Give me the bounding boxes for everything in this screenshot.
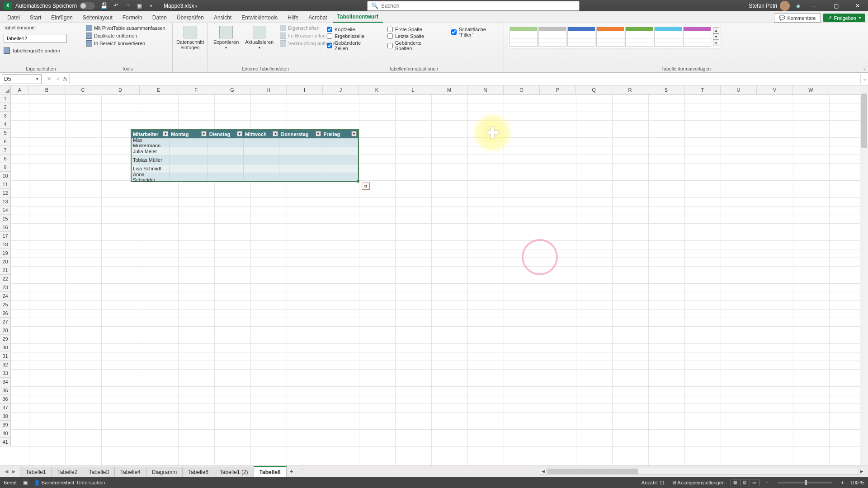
table-cell[interactable] — [170, 147, 208, 155]
row-header[interactable]: 26 — [0, 309, 10, 318]
row-header[interactable]: 35 — [0, 386, 10, 395]
filter-dropdown-icon[interactable]: ▼ — [351, 131, 357, 136]
col-header[interactable]: V — [757, 85, 793, 94]
col-header[interactable]: S — [648, 85, 684, 94]
table-cell[interactable] — [170, 138, 208, 147]
table-cell[interactable] — [244, 164, 279, 173]
filter-button-checkbox[interactable]: Schaltfläche "Filter" — [451, 27, 500, 38]
col-header[interactable]: A — [11, 85, 29, 94]
table-cell[interactable] — [244, 147, 279, 155]
style-swatch[interactable] — [538, 27, 566, 47]
row-header[interactable]: 16 — [0, 223, 10, 232]
share-button[interactable]: ↗Freigeben▾ — [823, 14, 865, 22]
zoom-slider[interactable] — [778, 482, 832, 483]
row-header[interactable]: 3 — [0, 112, 10, 120]
zoom-out-icon[interactable]: − — [766, 480, 769, 485]
sheet-tab[interactable]: Diagramm — [146, 467, 183, 477]
undo-icon[interactable]: ↶ — [112, 2, 119, 9]
col-header[interactable]: T — [684, 85, 721, 94]
total-row-checkbox[interactable]: Ergebniszeile — [327, 33, 374, 39]
horizontal-scrollbar[interactable]: ◀ ▶ — [540, 468, 865, 475]
filter-dropdown-icon[interactable]: ▼ — [316, 131, 321, 136]
camera-icon[interactable]: ▣ — [136, 2, 143, 9]
tab-seitenlayout[interactable]: Seitenlayout — [78, 12, 117, 23]
col-header[interactable]: U — [721, 85, 757, 94]
table-cell[interactable]: Max Mustermann — [132, 138, 170, 147]
gallery-more-icon[interactable]: ▾ — [713, 40, 719, 46]
tab-start[interactable]: Start — [25, 12, 46, 23]
row-header[interactable]: 40 — [0, 429, 10, 438]
table-header[interactable]: Montag▼ — [170, 130, 208, 138]
col-header[interactable]: J — [323, 85, 359, 94]
col-header[interactable]: K — [359, 85, 395, 94]
table-cell[interactable] — [322, 164, 358, 173]
row-header[interactable]: 39 — [0, 421, 10, 429]
sheet-tab[interactable]: Tabelle1 (2) — [214, 467, 254, 477]
toggle-switch-icon[interactable] — [80, 2, 95, 9]
search-box[interactable]: 🔍 Suchen — [367, 1, 580, 11]
gallery-down-icon[interactable]: ▼ — [713, 33, 719, 40]
insert-slicer-button[interactable]: Datenschnitt einfügen — [175, 25, 206, 51]
row-header[interactable]: 5 — [0, 129, 10, 137]
table-cell[interactable] — [170, 164, 208, 173]
row-header[interactable]: 18 — [0, 240, 10, 249]
row-header[interactable]: 2 — [0, 103, 10, 112]
row-header[interactable]: 7 — [0, 146, 10, 155]
tab-einfügen[interactable]: Einfügen — [47, 12, 77, 23]
vertical-scrollbar[interactable] — [860, 85, 868, 465]
col-header[interactable]: B — [29, 85, 65, 94]
save-icon[interactable]: 💾 — [100, 2, 108, 9]
sheet-tab[interactable]: Tabelle8 — [254, 466, 287, 477]
table-cell[interactable]: Tobias Müller — [132, 155, 170, 164]
col-header[interactable]: O — [504, 85, 540, 94]
convert-range-button[interactable]: In Bereich konvertieren — [86, 40, 165, 47]
table-cell[interactable] — [170, 173, 208, 181]
row-headers[interactable]: 1234567891011121314151617181920212223242… — [0, 94, 11, 446]
sheet-tab[interactable]: Tabelle6 — [182, 467, 214, 477]
table-cell[interactable] — [279, 155, 322, 164]
column-headers[interactable]: ABCDEFGHIJKLMNOPQRSTUVW — [11, 85, 860, 94]
table-cell[interactable] — [322, 155, 358, 164]
comments-button[interactable]: 💬Kommentare — [774, 13, 821, 23]
table-cell[interactable] — [279, 147, 322, 155]
accessibility-status[interactable]: 👤 Barrierefreiheit: Untersuchen — [34, 480, 105, 486]
row-header[interactable]: 22 — [0, 275, 10, 283]
formula-input[interactable] — [69, 74, 861, 84]
tab-tabellenentwurf[interactable]: Tabellenentwurf — [333, 11, 383, 23]
display-settings[interactable]: 🖥 Anzeigeeinstellungen — [671, 480, 725, 485]
row-header[interactable]: 36 — [0, 395, 10, 404]
remove-duplicates-button[interactable]: Duplikate entfernen — [86, 33, 165, 39]
header-row-checkbox[interactable]: Kopfzeile — [327, 27, 374, 32]
row-header[interactable]: 15 — [0, 215, 10, 223]
row-header[interactable]: 19 — [0, 249, 10, 258]
qat-more-icon[interactable]: ▾ — [147, 2, 155, 9]
table-cell[interactable] — [170, 155, 208, 164]
tab-datei[interactable]: Datei — [3, 12, 24, 23]
col-header[interactable]: L — [395, 85, 431, 94]
row-header[interactable]: 9 — [0, 163, 10, 172]
filter-dropdown-icon[interactable]: ▼ — [237, 131, 242, 136]
table-cell[interactable] — [208, 173, 244, 181]
row-header[interactable]: 32 — [0, 361, 10, 369]
table-resize-handle[interactable] — [357, 180, 359, 183]
banded-rows-checkbox[interactable]: Gebänderte Zeilen — [327, 40, 374, 51]
chevron-down-icon[interactable]: ▼ — [35, 77, 39, 81]
first-col-checkbox[interactable]: Erste Spalte — [387, 27, 438, 32]
row-header[interactable]: 14 — [0, 206, 10, 215]
sheet-next-icon[interactable]: ▶ — [12, 469, 15, 474]
row-header[interactable]: 41 — [0, 438, 10, 446]
row-header[interactable]: 37 — [0, 404, 10, 412]
autofill-options-icon[interactable]: ⧉ — [362, 183, 370, 190]
row-header[interactable]: 38 — [0, 412, 10, 421]
sheet-menu-icon[interactable]: ⋮ — [299, 469, 307, 474]
row-header[interactable]: 27 — [0, 318, 10, 326]
table-cell[interactable]: Julia Meier — [132, 147, 170, 155]
row-header[interactable]: 20 — [0, 258, 10, 266]
row-header[interactable]: 21 — [0, 266, 10, 275]
table-header[interactable]: Freitag▼ — [322, 130, 358, 138]
banded-cols-checkbox[interactable]: Gebänderte Spalten — [387, 40, 438, 51]
export-button[interactable]: Exportieren▾ — [212, 25, 241, 51]
table-cell[interactable] — [244, 138, 279, 147]
row-header[interactable]: 31 — [0, 352, 10, 361]
macro-record-icon[interactable]: ▣ — [23, 480, 28, 486]
